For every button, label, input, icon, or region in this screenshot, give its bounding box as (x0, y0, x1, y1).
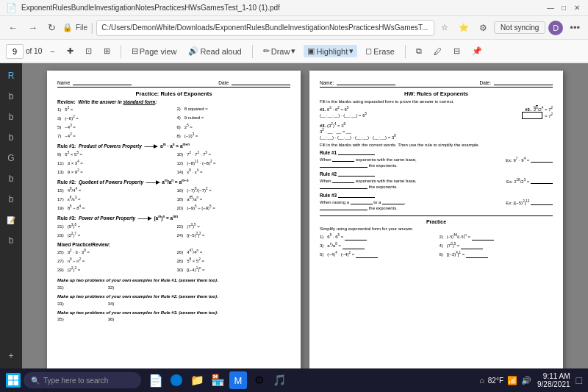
list-item: 3) an/a8 = (320, 242, 434, 249)
list-item: 10) 72 · 72 · 73 = (177, 151, 291, 158)
taskbar-edge-icon[interactable] (168, 371, 185, 389)
taskbar-file-icon[interactable]: 📄 (147, 371, 165, 389)
zoom-out-button[interactable]: − (46, 46, 58, 57)
taskbar-app1-icon[interactable]: 📁 (188, 371, 206, 389)
rule1-hw-line1: When exponents with the same base, (320, 157, 417, 162)
window-controls: — □ ✕ (545, 3, 582, 13)
extra2-button[interactable]: 📌 (468, 45, 486, 57)
address-input[interactable] (96, 20, 434, 36)
blank (332, 178, 354, 183)
right-page-title: HW: Rules of Exponents (320, 90, 553, 97)
list-item: 7) −42 = (57, 132, 171, 140)
page-number-input[interactable] (6, 44, 24, 59)
taskbar-right: ⌂ 82°F 📶 🔊 9:11 AM 9/28/2021 □ (479, 372, 582, 388)
sidebar-item-b4[interactable]: b (3, 171, 19, 187)
list-item: 2) 8 squared = (177, 106, 291, 113)
date-label: Date (218, 80, 229, 85)
refresh-button[interactable]: ↻ (44, 20, 60, 35)
lock-icon: 🔒 (62, 23, 73, 32)
weather-temp: 82°F (488, 377, 503, 385)
more-button[interactable]: ••• (566, 20, 584, 35)
read-aloud-button[interactable]: 🔊 Read aloud (184, 45, 245, 57)
maximize-button[interactable]: □ (559, 3, 569, 13)
section-divider (320, 215, 553, 216)
sidebar-item-home[interactable]: R (3, 68, 19, 84)
list-item: 21) (53)6 = (57, 223, 171, 230)
taskbar-app5-icon[interactable]: 🎵 (270, 371, 288, 389)
settings-button[interactable]: ⚙ (476, 21, 491, 35)
blank (466, 253, 488, 258)
search-box[interactable]: 🔍 Type here to search (24, 372, 141, 388)
hw-p3: #3. (32)4 = 38 32 · __ · __ = __ (__·__)… (320, 122, 553, 140)
fill-words-intro: Fill in the blanks with the correct word… (320, 143, 553, 147)
blank (461, 244, 483, 249)
page-nav-group: of 10 (6, 44, 42, 59)
ink-button[interactable]: 🖊 (430, 46, 445, 57)
fit-button[interactable]: ✚ (63, 45, 77, 57)
rule1-blank (338, 150, 375, 155)
mixed-problems: 25) 32 · 3 · 38 = 26) 447/4n = 27) n9 ÷ … (57, 249, 290, 274)
rule2-hw-ex: Ex: 218/23 = (506, 178, 553, 184)
sidebar-item-add[interactable]: + (3, 348, 19, 364)
rule1-problems: 9) 55 × 55 = 10) 72 · 72 · 73 = 11) 3 × … (57, 151, 290, 176)
create3-label: Make up two problems of your own example… (57, 310, 290, 317)
date-field-r (494, 79, 553, 85)
blank (320, 184, 368, 189)
rule3-hw-line1: When raising a to a , (320, 199, 406, 204)
page-view-icon: ⊟ (132, 46, 138, 56)
list-item: 23) (22)7 = (57, 232, 171, 239)
rule2-hw: Rule #2 When exponents with the same bas… (320, 171, 553, 190)
list-item: 13) 9 × 92 = (57, 168, 171, 176)
rule1-hw-text: When exponents with the same base, the e… (320, 157, 417, 168)
time-display[interactable]: 9:11 AM 9/28/2021 (537, 372, 570, 388)
file-label: File (76, 24, 87, 32)
taskbar-app2-icon[interactable]: 🏪 (209, 371, 226, 389)
list-item: 27) n9 ÷ n2 = (57, 257, 171, 265)
close-button[interactable]: ✕ (572, 3, 582, 13)
sidebar-item-gmail[interactable]: G (3, 150, 19, 166)
practice-section: Practice Simplify using exponential form… (320, 215, 553, 258)
sync-button[interactable]: Not syncing (494, 21, 545, 34)
hw1-expr: #1. 63 · 62 = 65 (320, 106, 437, 112)
taskbar-app3-icon[interactable]: M (229, 371, 247, 389)
highlight-button[interactable]: ▣ Highlight ▾ (304, 45, 357, 57)
blank (531, 179, 553, 184)
sidebar-item-b1[interactable]: b (3, 88, 19, 104)
left-page-title: Practice: Rules of Exponents (57, 90, 290, 97)
rule3-hw-text: When raising a to a , the exponents. (320, 199, 406, 211)
minimize-button[interactable]: — (545, 3, 556, 13)
erase-button[interactable]: ◻ Erase (362, 45, 398, 57)
extra1-button[interactable]: ⊟ (450, 45, 464, 57)
sidebar-item-b2[interactable]: b (3, 109, 19, 125)
draw-button[interactable]: ✏ Draw ▾ (259, 45, 300, 57)
sidebar-item-b5[interactable]: b (3, 191, 19, 207)
copy-button[interactable]: ⧉ (412, 45, 426, 57)
layout-button[interactable]: ⊞ (100, 45, 114, 57)
favorites-button[interactable]: ⭐ (455, 21, 473, 35)
blank (382, 199, 404, 204)
clock-date: 9/28/2021 (537, 380, 570, 388)
back-button[interactable]: ← (4, 20, 21, 35)
search-fav-button[interactable]: ☆ (437, 21, 452, 35)
page-view-button[interactable]: ⊟ Page view (128, 45, 181, 57)
list-item: 24) [(−5)2]2 = (177, 232, 291, 239)
volume-icon: 🔊 (521, 376, 531, 385)
sidebar-item-b6[interactable]: b (3, 232, 19, 249)
list-item: 14) x8 · x4 = (177, 168, 291, 176)
hw-problems-row: #1. 63 · 62 = 65 (__·__·__) · (__·__) = … (320, 106, 553, 119)
pdf-left-page: Name Date Practice: Rules of Exponents R… (47, 71, 301, 368)
start-button[interactable] (6, 373, 21, 388)
rule1-hw-ex: Ex: 97 · 94 = (506, 157, 553, 163)
forward-button[interactable]: → (24, 20, 41, 35)
fit-page-button[interactable]: ⊡ (82, 45, 96, 57)
taskbar-app4-icon[interactable]: ⚙ (250, 371, 268, 389)
list-item: 8) (−3)3 = (177, 132, 291, 140)
avatar[interactable]: D (548, 21, 563, 35)
rule2-hw-text: When exponents with the same base, the e… (320, 178, 417, 190)
highlight-icon: ▣ (307, 46, 315, 56)
sidebar-item-notes[interactable]: 📝 (3, 212, 19, 228)
list-item: 16) (−7)8/(−7)2 = (177, 187, 291, 194)
notification-icon[interactable]: □ (576, 374, 582, 386)
name-field-r (337, 79, 395, 85)
sidebar-item-b3[interactable]: b (3, 129, 19, 146)
